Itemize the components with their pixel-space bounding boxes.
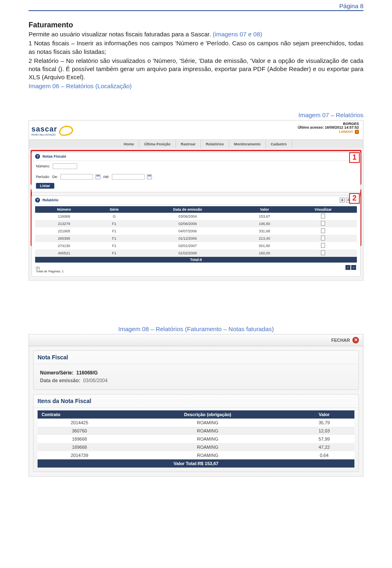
user-info: BORGES Último acesso: 16/08/2012 14:57:5… (298, 122, 359, 134)
label-de: De: (52, 175, 58, 179)
emissao-value: 03/06/2004 (83, 378, 107, 383)
cell-visualizar (289, 242, 357, 249)
table-total: Valor Total:R$ 153,67 (38, 459, 354, 468)
cell-visualizar (289, 220, 357, 227)
pager-prev-icon[interactable]: ‹ (345, 265, 350, 270)
cell-serie: F1 (93, 242, 136, 249)
table-header-row: Contrato Descrição (obrigação) Valor (38, 410, 354, 419)
cell-serie: F1 (93, 249, 136, 257)
table-row: 116069G03/06/2004153,67 (35, 213, 357, 220)
view-icon[interactable] (321, 250, 325, 255)
cell-descricao: ROAMING (121, 435, 294, 443)
cell-data: 01/02/2008 (136, 249, 240, 257)
close-label[interactable]: FECHAR (331, 338, 350, 343)
pager-next-icon[interactable]: › (351, 265, 356, 270)
cell-serie: F1 (93, 227, 136, 235)
logout-link[interactable]: LOGOUT (339, 130, 353, 134)
panel-relatorio-header: ? Relatório ⎙ A X (32, 196, 360, 205)
nav-home[interactable]: Home (119, 140, 139, 149)
col-contrato: Contrato (38, 410, 121, 419)
caption-imagem-07: Imagem 07 – Relatórios (29, 111, 363, 118)
col-descricao: Descrição (obrigação) (121, 410, 294, 419)
view-icon[interactable] (321, 228, 325, 233)
cell-valor: 213,40 (240, 235, 289, 242)
logo-ring-icon (58, 124, 74, 137)
label-numero: Número: (36, 164, 50, 168)
calendar-icon[interactable] (96, 174, 100, 179)
pager-total: Total de Páginas: 1 (36, 270, 356, 273)
cell-valor: 57,99 (294, 435, 354, 443)
nav-ultima-posicao[interactable]: Última Posição (139, 140, 176, 149)
page-header: Página 8 (29, 0, 363, 11)
panel-notas-fiscais: ? Notas Fiscais Número: Período: De: Até… (31, 152, 361, 192)
view-icon[interactable] (321, 243, 325, 248)
listar-button[interactable]: Listar (36, 183, 54, 189)
help-icon[interactable]: ? (35, 154, 40, 159)
calendar-icon[interactable] (147, 174, 152, 179)
table-row: 2014425ROAMING35,79 (38, 419, 354, 427)
table-row: 213279F102/06/2006196,80 (35, 220, 357, 227)
table-row: 265396F101/12/2006213,40 (35, 235, 357, 242)
panel-nota-fiscal-title: Nota Fiscal (33, 351, 359, 364)
col-valor: Valor (240, 206, 289, 213)
page-link-1[interactable]: [1] (36, 266, 356, 270)
view-icon[interactable] (321, 214, 325, 218)
table-row: 400521F101/02/2008160,00 (35, 249, 357, 257)
nav-relatorios[interactable]: Relatórios (201, 140, 229, 149)
panel-itens-nota-title: Itens da Nota Fiscal (33, 394, 359, 408)
cell-descricao: ROAMING (121, 443, 294, 451)
table-total: Total:6 (35, 257, 357, 263)
table-row: 189668ROAMING57,99 (38, 435, 354, 443)
input-de[interactable] (60, 174, 93, 180)
cell-numero: 116069 (35, 213, 93, 220)
cell-valor: 12,03 (294, 427, 354, 435)
numserie-value: 116069/G (76, 369, 98, 377)
label-periodo: Período: (36, 175, 50, 179)
close-bar: FECHAR ✕ (29, 334, 363, 346)
cell-contrato: 189668 (38, 435, 121, 443)
page-number: Página 8 (339, 2, 363, 9)
help-icon[interactable]: ? (35, 198, 40, 203)
table-row: 221905F104/07/2006331,68 (35, 227, 357, 235)
cell-contrato: 2014425 (38, 419, 121, 427)
cell-valor: 160,00 (240, 249, 289, 257)
nav-monitoramento[interactable]: Monitoramento (229, 140, 266, 149)
body-line-1: Permite ao usuário visualizar notas fisc… (29, 30, 363, 38)
logo: sascar PAIXÃO PELA INOVAÇÃO (31, 122, 105, 139)
panel-itens-nota: Itens da Nota Fiscal Contrato Descrição … (33, 394, 359, 472)
cell-visualizar (289, 249, 357, 257)
cell-descricao: ROAMING (121, 427, 294, 435)
cell-data: 02/06/2006 (136, 220, 240, 227)
screenshot-nota-fiscal-detail: FECHAR ✕ Nota Fiscal Número/Série: 11606… (29, 334, 363, 477)
nav-rastrear[interactable]: Rastrear (176, 140, 201, 149)
cell-data: 04/07/2006 (136, 227, 240, 235)
cell-valor: 331,68 (240, 227, 289, 235)
cell-serie: G (93, 213, 136, 220)
caption-imagem-08: Imagem 08 – Relatórios (Faturamento – No… (29, 325, 363, 332)
cell-valor: 153,67 (240, 213, 289, 220)
panel-nota-fiscal: Nota Fiscal Número/Série: 116069/G Data … (33, 350, 359, 390)
logout-icon[interactable]: × (355, 130, 359, 134)
row-periodo: Período: De: Até: (32, 172, 360, 182)
section-title: Faturamento (29, 21, 363, 29)
panel-relatorio-title: Relatório (42, 198, 58, 202)
cell-visualizar (289, 235, 357, 242)
label-ate: Até: (103, 175, 109, 179)
close-icon[interactable]: ✕ (352, 337, 359, 343)
table-notas: Número Série Data de emissão Valor Visua… (35, 206, 357, 263)
logo-sub: PAIXÃO PELA INOVAÇÃO (31, 134, 57, 136)
cell-numero: 265396 (35, 235, 93, 242)
col-numero: Número (35, 206, 93, 213)
cell-valor: 47,22 (294, 443, 354, 451)
view-icon[interactable] (321, 221, 325, 226)
callout-badge-1: 1 (349, 152, 360, 163)
body-point-2: 2 Relatório – No relatório são visualiza… (29, 57, 363, 82)
input-ate[interactable] (112, 174, 145, 180)
cell-descricao: ROAMING (121, 419, 294, 427)
nav-cadastro[interactable]: Cadastro (266, 140, 292, 149)
view-icon[interactable] (321, 236, 325, 241)
input-numero[interactable] (53, 163, 77, 169)
table-header-row: Número Série Data de emissão Valor Visua… (35, 206, 357, 213)
print-icon[interactable]: ⎙ (340, 198, 345, 203)
body-point-1: 1 Notas fiscais – Inserir as informações… (29, 39, 363, 56)
